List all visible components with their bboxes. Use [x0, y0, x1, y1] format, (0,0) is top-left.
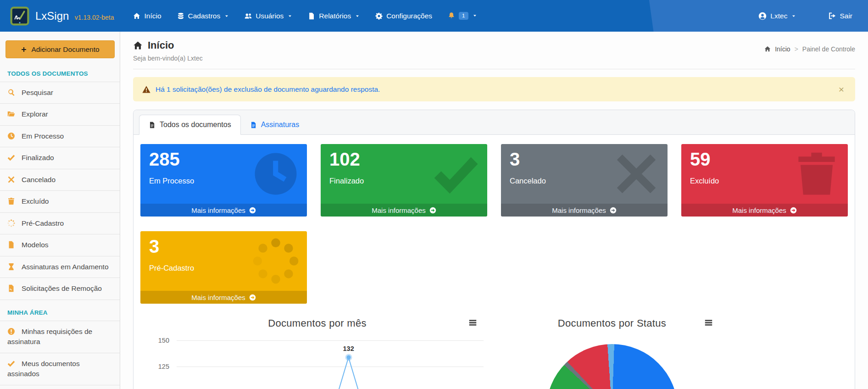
info-box-em-processo: 285 Em Processo Mais informações	[140, 144, 307, 217]
info-box-pre-cadastro: 3 Pré-Cadastro Mais informações	[140, 231, 307, 304]
sidebar-item-label: Meus documentos assinados	[7, 360, 80, 378]
sidebar-item-label: Solicitações de Remoção	[22, 284, 102, 292]
charts-row: Documentos por mês 150 125 132	[140, 317, 848, 389]
sidebar-item-solicitacoes-de-remocao[interactable]: Solicitações de Remoção	[0, 278, 120, 300]
gear-icon	[375, 12, 383, 20]
sidebar-item-minhas-requisicoes[interactable]: Minhas requisições de assinatura	[0, 321, 120, 353]
sidebar-item-label: Modelos	[22, 241, 49, 249]
more-info-link[interactable]: Mais informações	[321, 204, 487, 217]
arrow-circle-right-icon	[790, 207, 797, 214]
tab-panel-body: 285 Em Processo Mais informações 102 Fin…	[134, 135, 855, 389]
caret-down-icon	[791, 14, 796, 18]
info-box-value: 59	[681, 144, 848, 170]
breadcrumb-home[interactable]: Início	[775, 45, 790, 53]
menu-item-usuarios[interactable]: Usuários	[245, 12, 292, 20]
more-info-link[interactable]: Mais informações	[140, 291, 307, 304]
exclamation-circle-icon	[7, 328, 15, 335]
brand-version: v1.13.02-beta	[75, 14, 114, 21]
app-logo[interactable]: LxSign v1.13.02-beta	[0, 6, 126, 26]
sidebar-item-excluido[interactable]: Excluído	[0, 191, 120, 212]
info-box-value: 3	[140, 231, 307, 257]
top-navbar: LxSign v1.13.02-beta Início Cadastros Us…	[0, 0, 868, 32]
line-chart-plot: 150 125 132	[147, 340, 487, 389]
tab-label: Todos os documentos	[160, 121, 231, 129]
sidebar-item-em-processo[interactable]: Em Processo	[0, 126, 120, 147]
sidebar-section-minha-area: MINHA ÁREA	[0, 300, 120, 321]
menu-item-configuracoes[interactable]: Configurações	[375, 12, 432, 20]
chart-menu-icon[interactable]	[704, 318, 713, 327]
sidebar-item-cancelado[interactable]: Cancelado	[0, 169, 120, 191]
data-point-marker	[346, 356, 351, 360]
status-pie-chart	[546, 344, 678, 389]
sidebar-item-explorar[interactable]: Explorar	[0, 104, 120, 125]
user-menu[interactable]: Lxtec	[758, 12, 796, 20]
bell-icon	[448, 12, 455, 19]
arrow-circle-right-icon	[249, 294, 256, 301]
home-icon	[133, 12, 140, 20]
notification-badge: 1	[459, 12, 468, 20]
sidebar-item-pesquisar[interactable]: Pesquisar	[0, 82, 120, 104]
caret-down-icon	[224, 14, 229, 18]
chart-menu-icon[interactable]	[468, 318, 478, 327]
sidebar-section-todos-os-documentos: TODOS OS DOCUMENTOS	[0, 61, 120, 82]
sidebar-item-label: Finalizado	[22, 154, 54, 161]
sidebar-item-modelos[interactable]: Modelos	[0, 234, 120, 256]
info-box-label: Pré-Cadastro	[140, 257, 307, 272]
file-alt-icon	[250, 122, 257, 128]
trash-icon	[7, 197, 15, 205]
database-icon	[177, 12, 184, 20]
more-info-label: Mais informações	[372, 206, 426, 214]
sidebar-item-label: Pesquisar	[22, 89, 53, 96]
sidebar-item-meus-documentos-assinados[interactable]: Meus documentos assinados	[0, 353, 120, 385]
info-box-excluido: 59 Excluído Mais informações	[681, 144, 848, 217]
alert-close-button[interactable]: ×	[837, 84, 846, 94]
tab-assinaturas[interactable]: Assinaturas	[241, 115, 309, 135]
header-divider	[133, 69, 855, 69]
home-icon	[764, 46, 771, 52]
menu-item-inicio[interactable]: Início	[133, 12, 161, 20]
tab-todos-os-documentos[interactable]: Todos os documentos	[139, 115, 241, 135]
brand-name: LxSign	[35, 10, 69, 22]
sidebar-item-label: Excluído	[22, 197, 49, 205]
navbar-right: Lxtec Sair	[758, 12, 868, 20]
main-menu: Início Cadastros Usuários Relatórios Con…	[133, 12, 477, 20]
more-info-link[interactable]: Mais informações	[140, 204, 307, 217]
breadcrumb-separator: >	[795, 45, 798, 53]
notifications-menu[interactable]: 1	[448, 12, 477, 20]
sidebar-item-solicitacoes-exclusao-processos[interactable]: Solicitações de Exclusão do Processos	[0, 385, 120, 389]
sidebar-item-pre-cadastro[interactable]: Pré-Cadastro	[0, 213, 120, 234]
menu-label: Usuários	[256, 12, 284, 20]
y-axis-tick: 150	[147, 337, 169, 344]
user-circle-icon	[758, 12, 767, 20]
info-box-label: Em Processo	[140, 170, 307, 185]
sidebar-item-finalizado[interactable]: Finalizado	[0, 147, 120, 169]
chart-documentos-por-mes: Documentos por mês 150 125 132	[140, 317, 494, 389]
menu-item-cadastros[interactable]: Cadastros	[177, 12, 229, 20]
info-box-value: 285	[140, 144, 307, 170]
menu-item-relatorios[interactable]: Relatórios	[308, 12, 360, 20]
user-name: Lxtec	[770, 12, 787, 20]
sidebar-item-label: Explorar	[22, 110, 48, 118]
chart-title: Documentos por mês	[147, 317, 487, 329]
sidebar-item-label: Cancelado	[22, 176, 56, 183]
hourglass-icon	[7, 263, 15, 271]
menu-label: Relatórios	[319, 12, 351, 20]
main-content: Início Seja bem-vindo(a) Lxtec Início > …	[120, 32, 868, 389]
data-point-label: 132	[343, 345, 354, 352]
arrow-circle-right-icon	[249, 207, 256, 214]
alert-text: Há 1 solicitação(ões) de exclusão de doc…	[156, 85, 380, 94]
check-icon	[7, 360, 15, 367]
tab-label: Assinaturas	[261, 121, 300, 129]
plus-icon	[21, 46, 27, 53]
add-document-button[interactable]: Adicionar Documento	[6, 40, 115, 58]
more-info-link[interactable]: Mais informações	[501, 204, 668, 217]
logout-label: Sair	[840, 12, 852, 20]
logout-button[interactable]: Sair	[828, 12, 852, 20]
exclusion-request-alert: Há 1 solicitação(ões) de exclusão de doc…	[133, 77, 855, 101]
menu-label: Início	[144, 12, 161, 20]
more-info-label: Mais informações	[732, 206, 786, 214]
sidebar-item-label: Pré-Cadastro	[22, 219, 64, 227]
sidebar-item-assinaturas-em-andamento[interactable]: Assinaturas em Andamento	[0, 256, 120, 278]
breadcrumb: Início > Painel de Controle	[764, 45, 855, 53]
more-info-link[interactable]: Mais informações	[681, 204, 848, 217]
